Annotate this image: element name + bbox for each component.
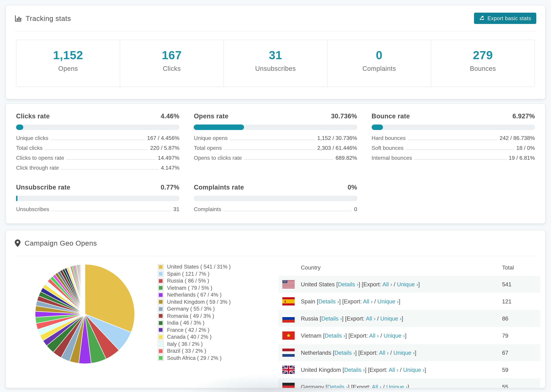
export-unique-link-netherlands[interactable]: Unique › <box>393 350 415 356</box>
details-link-vietnam[interactable]: Details › <box>325 332 345 338</box>
rate-detail-rows: Unsubscribes31 <box>16 206 179 216</box>
flag-de-icon <box>282 383 295 388</box>
country-cell: Russia [Details ›] [Export: All › / Uniq… <box>301 315 403 322</box>
legend-item-south-africa: South Africa ( 29 / 2% ) <box>158 355 231 362</box>
total-cell: 59 <box>502 366 509 373</box>
legend-swatch <box>158 285 164 291</box>
rate-block-opens-rate: Opens rate30.736%Unique opens1,152 / 30.… <box>194 112 357 175</box>
stat-cell-opens: 1,152Opens <box>16 40 120 87</box>
legend-label: Romania ( 49 / 3% ) <box>167 313 214 319</box>
details-link-netherlands[interactable]: Details › <box>334 350 355 356</box>
rate-head: Opens rate30.736% <box>194 112 357 120</box>
legend-swatch <box>158 320 164 326</box>
rate-detail-row-opens-to-clicks-rate: Opens to clicks rate689.82% <box>194 155 357 165</box>
stats-summary-row: 1,152Opens167Clicks31Unsubscribes0Compla… <box>16 40 535 87</box>
progress-bar-track <box>194 125 357 130</box>
rate-block-unsubscribe-rate: Unsubscribe rate0.77%Unsubscribes31 <box>16 184 179 216</box>
rate-title: Bounce rate <box>372 112 410 120</box>
legend-label: Spain ( 121 / 7% ) <box>167 271 209 277</box>
rate-detail-row-internal-bounces: Internal bounces19 / 6.81% <box>372 155 535 165</box>
rate-block-complaints-rate: Complaints rate0%Complaints0 <box>194 184 357 216</box>
details-link-united-states[interactable]: Details › <box>338 281 359 287</box>
export-unique-link-united-states[interactable]: Unique › <box>397 281 418 287</box>
rate-detail-label: Internal bounces <box>372 155 412 161</box>
export-all-link-united-kingdom[interactable]: All › <box>389 366 399 373</box>
rate-detail-row-unique-clicks: Unique clicks167 / 4.456% <box>16 135 179 145</box>
rate-detail-label: Click through rate <box>16 165 59 171</box>
rate-detail-value: 18 / 0% <box>516 145 535 151</box>
stat-cell-clicks: 167Clicks <box>120 40 224 87</box>
flag-us-icon <box>282 280 295 288</box>
table-row-vietnam: Vietnam [Details ›] [Export: All › / Uni… <box>278 327 540 344</box>
geo-header: Campaign Geo Opens <box>15 230 536 256</box>
rate-detail-rows: Unique opens1,152 / 30.736%Total opens2,… <box>194 135 357 165</box>
progress-bar-fill <box>194 125 244 130</box>
legend-label: Germany ( 55 / 3% ) <box>167 306 215 312</box>
stat-value: 31 <box>269 49 282 62</box>
rate-block-clicks-rate: Clicks rate4.46%Unique clicks167 / 4.456… <box>16 112 179 175</box>
flag-nl-icon <box>282 349 295 357</box>
details-link-russia[interactable]: Details › <box>321 315 342 321</box>
export-all-link-russia[interactable]: All › <box>366 315 376 321</box>
export-all-link-spain[interactable]: All › <box>363 298 373 304</box>
export-unique-link-united-kingdom[interactable]: Unique › <box>403 366 424 373</box>
export-unique-link-russia[interactable]: Unique › <box>380 315 402 321</box>
rate-detail-label: Unique clicks <box>16 135 49 141</box>
progress-bar-track <box>194 196 357 201</box>
legend-item-romania: Romania ( 49 / 3% ) <box>158 313 231 320</box>
legend-label: Canada ( 40 / 2% ) <box>167 334 212 340</box>
details-link-spain[interactable]: Details › <box>318 298 339 304</box>
export-basic-stats-button[interactable]: Export basic stats <box>474 13 536 24</box>
stat-value: 167 <box>162 49 182 62</box>
rate-detail-label: Hard bounces <box>372 135 406 141</box>
geo-table-header-country: Country <box>301 264 321 271</box>
legend-label: Russia ( 86 / 5% ) <box>167 278 209 284</box>
rate-detail-rows: Complaints0 <box>194 206 357 216</box>
export-all-link-germany[interactable]: All › <box>372 384 381 388</box>
legend-label: United Kingdom ( 59 / 3% ) <box>167 299 231 305</box>
geo-opens-pie-chart <box>33 262 137 366</box>
legend-label: India ( 46 / 3% ) <box>167 320 205 326</box>
rate-value: 6.927% <box>513 112 535 120</box>
export-all-link-netherlands[interactable]: All › <box>379 350 389 356</box>
rate-detail-row-complaints: Complaints0 <box>194 206 357 216</box>
legend-swatch <box>158 278 164 284</box>
table-row-russia: Russia [Details ›] [Export: All › / Uniq… <box>278 310 540 327</box>
total-cell: 541 <box>502 281 511 287</box>
export-unique-link-spain[interactable]: Unique › <box>377 298 399 304</box>
rate-detail-row-unique-opens: Unique opens1,152 / 30.736% <box>194 135 357 145</box>
rate-block-bounce-rate: Bounce rate6.927%Hard bounces242 / 86.73… <box>372 112 535 175</box>
legend-swatch <box>158 271 164 277</box>
details-link-germany[interactable]: Details › <box>327 384 348 388</box>
export-all-link-united-states[interactable]: All › <box>382 281 392 287</box>
legend-item-italy: Italy ( 36 / 2% ) <box>158 341 231 348</box>
table-row-spain: Spain [Details ›] [Export: All › / Uniqu… <box>278 293 540 310</box>
details-link-united-kingdom[interactable]: Details › <box>344 366 365 373</box>
table-row-netherlands: Netherlands [Details ›] [Export: All › /… <box>278 344 540 361</box>
rate-detail-row-soft-bounces: Soft bounces18 / 0% <box>372 145 535 155</box>
legend-swatch <box>158 299 164 305</box>
export-icon <box>479 15 485 22</box>
stat-label: Unsubscribes <box>255 65 296 72</box>
flag-gb-icon <box>282 366 295 374</box>
tracking-stats-card: Tracking stats Export basic stats 1,152O… <box>6 5 545 99</box>
rate-detail-value: 0 <box>354 206 357 212</box>
dotted-leader <box>224 149 315 150</box>
rate-value: 30.736% <box>331 112 357 120</box>
export-unique-link-vietnam[interactable]: Unique › <box>384 332 405 338</box>
legend-swatch <box>158 292 164 298</box>
progress-bar-track <box>16 196 179 201</box>
legend-label: Brazil ( 33 / 2% ) <box>167 348 206 354</box>
stat-cell-complaints: 0Complaints <box>327 40 431 87</box>
country-cell: Spain [Details ›] [Export: All › / Uniqu… <box>301 298 400 305</box>
geo-table-header: CountryTotal <box>278 259 540 276</box>
export-all-link-vietnam[interactable]: All › <box>369 332 379 338</box>
table-row-united-kingdom: United Kingdom [Details ›] [Export: All … <box>278 361 540 378</box>
rate-title: Complaints rate <box>194 184 244 191</box>
stat-value: 0 <box>376 49 383 62</box>
rate-title: Clicks rate <box>16 112 50 120</box>
export-unique-link-germany[interactable]: Unique › <box>386 384 408 388</box>
dotted-leader <box>406 149 514 150</box>
legend-swatch <box>158 341 164 347</box>
stat-cell-bounces: 279Bounces <box>431 40 535 87</box>
